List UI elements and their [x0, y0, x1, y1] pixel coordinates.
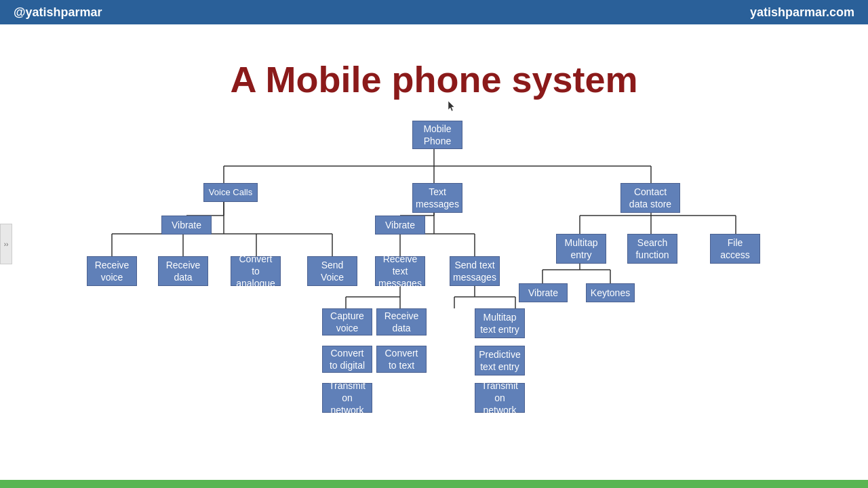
box-vibrate-tm: Vibrate [375, 216, 425, 235]
box-multitap-text-entry: Multitap text entry [475, 308, 525, 338]
box-receive-data-tm: Receive data [376, 308, 427, 336]
diagram: Mobile Phone Voice Calls Text messages C… [0, 115, 868, 468]
box-convert-digital: Convert to digital [322, 346, 372, 373]
box-transmit-network-sv: Transmit on network [322, 383, 372, 413]
box-receive-voice: Receive voice [87, 256, 137, 286]
box-multitap-entry: Multitap entry [556, 234, 606, 264]
box-search-function: Search function [627, 234, 677, 264]
box-keytones: Keytones [586, 283, 635, 302]
box-vibrate-vc: Vibrate [161, 216, 212, 235]
box-mobile-phone: Mobile Phone [412, 121, 462, 149]
box-capture-voice: Capture voice [322, 308, 372, 336]
cursor-pointer [448, 100, 456, 113]
box-predictive-text-entry: Predictive text entry [475, 346, 525, 375]
box-convert-text: Convert to text [376, 346, 427, 373]
box-send-text-messages: Send text messages [450, 256, 500, 286]
header-bar: @yatishparmar yatishparmar.com [0, 0, 868, 24]
box-transmit-network-stm: Transmit on network [475, 383, 525, 413]
box-receive-text-messages: Receive text messages [375, 256, 425, 286]
box-file-access: File access [710, 234, 760, 264]
box-receive-data: Receive data [158, 256, 208, 286]
box-voice-calls: Voice Calls [203, 183, 258, 202]
box-convert-analogue: Convert to analogue [231, 256, 281, 286]
box-contact-data-store: Contact data store [620, 183, 680, 213]
diagram-lines [0, 115, 868, 468]
header-right: yatishparmar.com [750, 5, 854, 20]
box-send-voice: Send Voice [307, 256, 357, 286]
box-text-messages: Text messages [412, 183, 462, 213]
header-left: @yatishparmar [14, 5, 102, 20]
footer-bar [0, 480, 868, 488]
box-vibrate-cds: Vibrate [519, 283, 568, 302]
page-title: A Mobile phone system [0, 58, 868, 100]
